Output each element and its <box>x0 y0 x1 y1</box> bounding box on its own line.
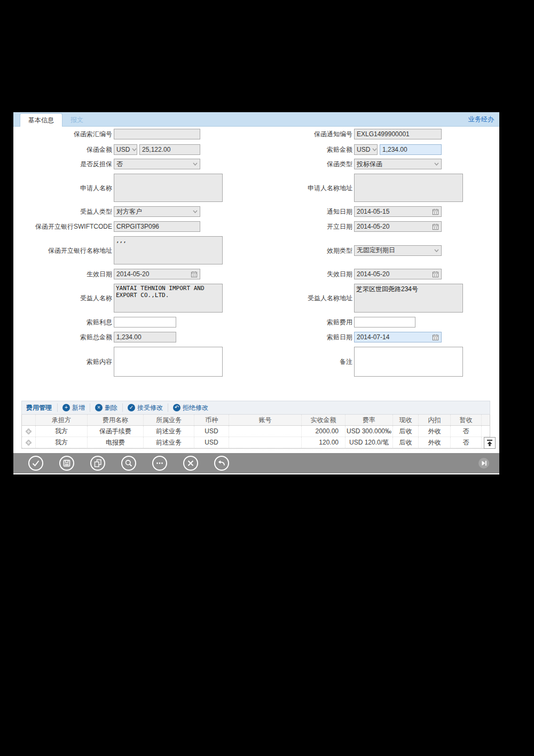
applicant-address-label: 申请人名称地址 <box>254 184 354 192</box>
claim-amount-label: 索赔金额 <box>254 146 354 153</box>
claim-interest-label: 索赔利息 <box>13 318 114 326</box>
issuing-bank-addr-textarea[interactable]: ,,, <box>114 236 223 264</box>
col-business: 所属业务 <box>144 415 194 425</box>
calendar-icon[interactable] <box>432 271 439 278</box>
fee-section-title: 费用管理 <box>26 403 52 412</box>
claim-remit-no-label: 保函索汇编号 <box>13 130 114 138</box>
claim-content-textarea[interactable] <box>114 347 223 377</box>
col-rate: 费率 <box>345 415 393 425</box>
calendar-icon[interactable] <box>191 271 198 278</box>
col-currency: 币种 <box>194 415 229 425</box>
plus-icon: + <box>62 404 70 411</box>
applicant-name-label: 申请人名称 <box>13 184 114 192</box>
claim-date-input[interactable]: 2014-07-14 <box>354 332 442 342</box>
notice-no-label: 保函通知编号 <box>254 130 354 138</box>
fee-accept-button[interactable]: ✓接受修改 <box>122 403 168 412</box>
swift-code-input[interactable] <box>114 221 200 232</box>
arrow-to-top-icon <box>486 439 493 447</box>
table-row[interactable]: 我方 电报费 前述业务 USD 120.00 USD 120.0/笔 后收 外收… <box>22 437 490 448</box>
guarantee-currency-select[interactable]: USD <box>114 144 137 155</box>
skip-to-end-button[interactable] <box>477 457 490 470</box>
check-icon: ✓ <box>128 404 135 411</box>
drag-handle-icon[interactable] <box>26 440 32 446</box>
claim-interest-input[interactable] <box>114 317 176 328</box>
drag-handle-icon[interactable] <box>26 428 32 434</box>
claim-content-label: 索赔内容 <box>13 358 114 365</box>
back-button[interactable] <box>214 455 230 471</box>
fee-table-header: 承担方 费用名称 所属业务 币种 账号 实收金额 费率 现收 内扣 暂收 <box>22 415 490 426</box>
bottom-toolbar <box>13 453 499 473</box>
expiry-date-label: 失效日期 <box>254 270 354 278</box>
col-deduct: 内扣 <box>419 415 451 425</box>
fee-reject-button[interactable]: ↶拒绝修改 <box>168 403 213 412</box>
more-button[interactable] <box>152 455 168 471</box>
fee-delete-button[interactable]: ×删除 <box>90 403 122 412</box>
confirm-button[interactable] <box>28 455 44 471</box>
beneficiary-type-select[interactable]: 对方客户 <box>114 206 200 217</box>
claim-total-input[interactable] <box>114 332 176 342</box>
col-collect-now: 现收 <box>393 415 419 425</box>
validity-type-select[interactable]: 无固定到期日 <box>354 245 442 256</box>
guarantee-type-select[interactable]: 投标保函 <box>354 159 442 169</box>
claim-fee-label: 索赔费用 <box>254 318 354 326</box>
claim-fee-input[interactable] <box>354 317 415 328</box>
counter-guarantee-select[interactable]: 否 <box>114 159 200 169</box>
claim-remit-no-input[interactable] <box>114 129 200 139</box>
applicant-address-textarea[interactable] <box>354 174 463 202</box>
issuing-bank-addr-label: 保函开立银行名称地址 <box>13 247 114 254</box>
applicant-name-textarea[interactable] <box>114 174 223 202</box>
fee-add-button[interactable]: +新增 <box>57 403 90 412</box>
chevron-down-icon <box>434 162 439 166</box>
issue-date-input[interactable]: 2014-05-20 <box>354 221 442 232</box>
beneficiary-name-label: 受益人名称 <box>13 294 114 302</box>
copy-button[interactable] <box>90 455 106 471</box>
notice-date-label: 通知日期 <box>254 208 354 215</box>
guarantee-type-label: 保函类型 <box>254 160 354 168</box>
chevron-down-icon <box>193 210 198 213</box>
col-amount: 实收金额 <box>302 415 345 425</box>
undo-arrow-icon: ↶ <box>173 404 180 411</box>
col-suspend: 暂收 <box>451 415 482 425</box>
table-row[interactable]: 我方 保函手续费 前述业务 USD 2000.00 USD 300.000‰ 后… <box>22 426 490 437</box>
remarks-textarea[interactable] <box>354 347 463 377</box>
guarantee-amount-input[interactable] <box>139 144 200 155</box>
chevron-down-icon <box>372 148 377 151</box>
effective-date-input[interactable]: 2014-05-20 <box>114 269 200 279</box>
issue-date-label: 开立日期 <box>254 223 354 230</box>
claim-amount-input[interactable] <box>380 144 442 155</box>
fee-management-section: 费用管理 +新增 ×删除 ✓接受修改 ↶拒绝修改 承担方 费用名称 所属业务 币… <box>21 401 490 449</box>
claim-currency-select[interactable]: USD <box>354 144 378 155</box>
beneficiary-address-textarea[interactable]: 芝罘区世回尧路234号 <box>354 284 463 313</box>
remarks-label: 备注 <box>254 358 354 365</box>
col-fee-name: 费用名称 <box>88 415 144 425</box>
fee-table: 承担方 费用名称 所属业务 币种 账号 实收金额 费率 现收 内扣 暂收 我方 … <box>21 415 490 449</box>
x-icon: × <box>95 404 103 411</box>
guarantee-amount-label: 保函金额 <box>13 146 114 153</box>
app-window: 基本信息 报文 业务经办 保函索汇编号 保函通知编号 保函金额 USD 索赔金额 <box>13 112 499 474</box>
effective-date-label: 生效日期 <box>13 270 114 278</box>
beneficiary-name-textarea[interactable]: YANTAI TEHNION IMPORT AND EXPORT CO.,LTD… <box>114 284 223 313</box>
expiry-date-input[interactable]: 2014-05-20 <box>354 269 442 279</box>
save-button[interactable] <box>59 455 75 471</box>
beneficiary-address-label: 受益人名称地址 <box>254 294 354 302</box>
chevron-down-icon <box>132 148 137 151</box>
scroll-to-top-button[interactable] <box>484 437 496 449</box>
claim-total-label: 索赔总金额 <box>13 333 114 341</box>
search-button[interactable] <box>121 455 137 471</box>
swift-code-label: 保函开立银行SWIFTCODE <box>13 223 114 230</box>
calendar-icon[interactable] <box>432 208 439 215</box>
claim-date-label: 索赔日期 <box>254 333 354 341</box>
calendar-icon[interactable] <box>432 223 439 230</box>
counter-guarantee-label: 是否反担保 <box>13 160 114 168</box>
chevron-down-icon <box>193 162 198 166</box>
chevron-down-icon <box>434 249 439 252</box>
close-button[interactable] <box>183 455 199 471</box>
notice-date-input[interactable]: 2014-05-15 <box>354 206 442 217</box>
calendar-icon[interactable] <box>432 334 439 341</box>
beneficiary-type-label: 受益人类型 <box>13 208 114 215</box>
col-account: 账号 <box>229 415 302 425</box>
fee-toolbar: 费用管理 +新增 ×删除 ✓接受修改 ↶拒绝修改 <box>21 401 490 415</box>
col-bearer: 承担方 <box>36 415 88 425</box>
validity-type-label: 效期类型 <box>254 247 354 254</box>
notice-no-input[interactable] <box>354 129 442 139</box>
